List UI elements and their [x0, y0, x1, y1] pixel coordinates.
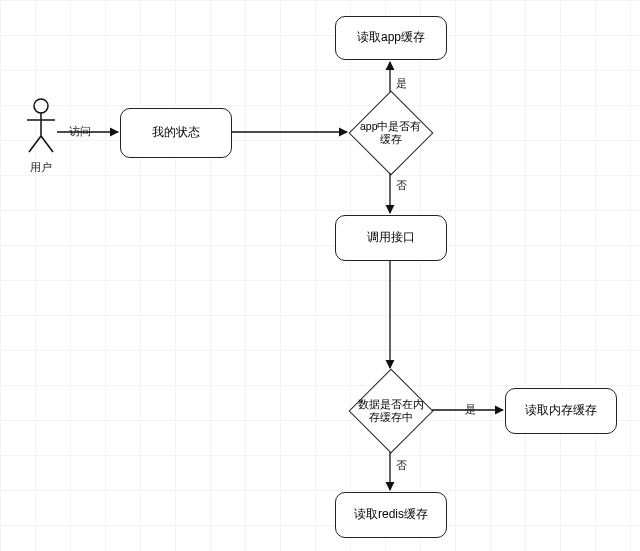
svg-line-3	[29, 136, 41, 152]
decision-app-cache-label: app中是否有 缓存	[360, 120, 422, 146]
node-my-state-label: 我的状态	[152, 125, 200, 141]
node-read-redis: 读取redis缓存	[335, 492, 447, 538]
decision-mem-cache-label: 数据是否在内 存缓存中	[358, 398, 424, 424]
node-call-api-label: 调用接口	[367, 230, 415, 246]
svg-point-0	[34, 99, 48, 113]
decision-app-cache: app中是否有 缓存	[349, 91, 434, 176]
decision-mem-cache: 数据是否在内 存缓存中	[349, 369, 434, 454]
edge-label-no-1: 否	[396, 178, 407, 193]
edge-label-yes-1: 是	[396, 76, 407, 91]
node-read-redis-label: 读取redis缓存	[354, 507, 428, 523]
svg-line-4	[41, 136, 53, 152]
edges-layer	[0, 0, 640, 551]
node-my-state: 我的状态	[120, 108, 232, 158]
node-read-app-cache-label: 读取app缓存	[357, 30, 425, 46]
node-read-app-cache: 读取app缓存	[335, 16, 447, 60]
node-call-api: 调用接口	[335, 215, 447, 261]
node-read-mem-cache: 读取内存缓存	[505, 388, 617, 434]
edge-label-visit: 访问	[69, 124, 91, 139]
edge-label-yes-2: 是	[465, 402, 476, 417]
node-read-mem-cache-label: 读取内存缓存	[525, 403, 597, 419]
flowchart-canvas: 用户 我的状态 读取app缓存 调用接口 读取内存缓存 读取redis缓存 ap…	[0, 0, 640, 551]
user-actor-icon	[24, 98, 58, 156]
actor-label: 用户	[30, 160, 52, 175]
edge-label-no-2: 否	[396, 458, 407, 473]
